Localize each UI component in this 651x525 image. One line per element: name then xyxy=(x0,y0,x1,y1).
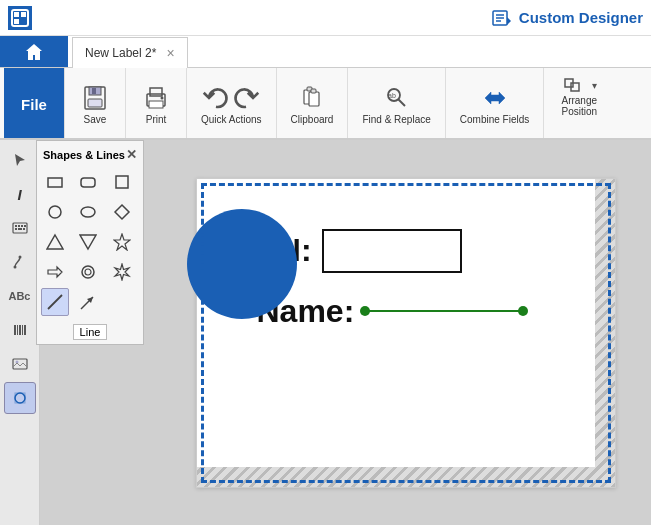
svg-point-34 xyxy=(13,266,16,269)
svg-rect-31 xyxy=(18,228,22,230)
find-replace-button[interactable]: ab Find & Replace xyxy=(356,81,436,128)
svg-rect-11 xyxy=(88,99,102,107)
clipboard-icon xyxy=(298,84,326,112)
svg-point-55 xyxy=(82,266,94,278)
svg-rect-46 xyxy=(81,178,95,187)
svg-marker-8 xyxy=(507,17,511,25)
star5-shape-button[interactable] xyxy=(108,228,136,256)
barcode-tool-button[interactable] xyxy=(4,314,36,346)
print-button[interactable]: Print xyxy=(134,81,178,128)
arrow2-shape-button[interactable] xyxy=(74,288,102,316)
stripe-bottom xyxy=(197,467,615,487)
diamond-shape-button[interactable] xyxy=(108,198,136,226)
svg-rect-39 xyxy=(22,325,23,335)
svg-point-43 xyxy=(15,393,25,403)
abc-tool-button[interactable]: ABc xyxy=(4,280,36,312)
svg-rect-29 xyxy=(21,225,23,227)
svg-marker-53 xyxy=(114,234,130,250)
title-bar: Custom Designer xyxy=(0,0,651,36)
svg-rect-15 xyxy=(149,101,163,108)
ribbon-combine-fields-group: Combine Fields xyxy=(446,68,544,138)
circle-shape-button[interactable] xyxy=(41,198,69,226)
svg-marker-51 xyxy=(47,235,63,249)
quick-actions-icon xyxy=(202,84,260,112)
arrange-icon xyxy=(561,75,589,95)
label-canvas[interactable]: SN: Name: xyxy=(196,178,616,488)
svg-rect-47 xyxy=(116,176,128,188)
ellipse-shape-button[interactable] xyxy=(74,198,102,226)
donut-shape-button[interactable] xyxy=(74,258,102,286)
starburst-shape-button[interactable] xyxy=(108,258,136,286)
svg-rect-40 xyxy=(24,325,26,335)
select-tool-button[interactable] xyxy=(4,144,36,176)
svg-marker-54 xyxy=(48,267,62,277)
rect-shape-button[interactable] xyxy=(41,168,69,196)
quick-actions-button[interactable]: Quick Actions xyxy=(195,81,268,128)
square-shape-button[interactable] xyxy=(108,168,136,196)
tab-document[interactable]: New Label 2* × xyxy=(72,37,188,68)
shapes-panel-close-button[interactable]: ✕ xyxy=(126,147,137,162)
svg-rect-19 xyxy=(309,92,319,106)
svg-line-22 xyxy=(398,99,405,106)
arrange-dropdown-arrow: ▾ xyxy=(592,80,597,91)
svg-marker-52 xyxy=(80,235,96,249)
svg-rect-28 xyxy=(18,225,20,227)
svg-rect-37 xyxy=(17,325,18,335)
ribbon: File Save xyxy=(0,68,651,140)
combine-fields-button[interactable]: Combine Fields xyxy=(454,81,535,128)
svg-rect-20 xyxy=(311,89,316,93)
blue-circle-decoration xyxy=(187,209,297,319)
app-logo xyxy=(8,6,32,30)
tab-home[interactable] xyxy=(0,36,68,67)
svg-point-49 xyxy=(81,207,95,217)
svg-rect-45 xyxy=(48,178,62,187)
svg-rect-30 xyxy=(15,228,17,230)
main-area: I ABc xyxy=(0,140,651,525)
svg-line-58 xyxy=(48,295,62,309)
ribbon-clipboard-group: Clipboard xyxy=(277,68,349,138)
save-button[interactable]: Save xyxy=(73,81,117,128)
svg-point-56 xyxy=(85,269,91,275)
arrange-label: Arrange Position xyxy=(561,95,597,117)
svg-point-35 xyxy=(18,256,21,259)
svg-point-48 xyxy=(49,206,61,218)
sn-input-box[interactable] xyxy=(322,229,462,273)
svg-rect-12 xyxy=(92,88,96,94)
shapes-panel: Shapes & Lines ✕ xyxy=(36,140,144,345)
svg-rect-1 xyxy=(14,12,19,17)
sn-row: SN: xyxy=(257,229,615,273)
line-shape-button[interactable] xyxy=(41,288,69,316)
svg-rect-32 xyxy=(23,228,25,230)
rounded-rect-shape-button[interactable] xyxy=(74,168,102,196)
app-title: Custom Designer xyxy=(491,7,643,29)
triangle1-shape-button[interactable] xyxy=(41,228,69,256)
tabs-row: New Label 2* × xyxy=(0,36,651,68)
find-replace-icon: ab xyxy=(383,84,411,112)
ribbon-file-group: File xyxy=(4,68,65,138)
line-label: Line xyxy=(73,324,108,340)
shapes-grid xyxy=(41,168,139,316)
clipboard-button[interactable]: Clipboard xyxy=(285,81,340,128)
arrow-shape-button[interactable] xyxy=(41,258,69,286)
ribbon-find-replace-group: ab Find & Replace xyxy=(348,68,445,138)
keyboard-tool-button[interactable] xyxy=(4,212,36,244)
wire-tool-button[interactable] xyxy=(4,246,36,278)
text-tool-button[interactable]: I xyxy=(4,178,36,210)
svg-text:ab: ab xyxy=(388,92,396,99)
app-icon xyxy=(491,7,513,29)
svg-point-16 xyxy=(161,96,164,99)
image-tool-button[interactable] xyxy=(4,348,36,380)
combine-icon xyxy=(481,84,509,112)
svg-rect-27 xyxy=(15,225,17,227)
name-line-element[interactable] xyxy=(364,310,524,312)
left-toolbar: I ABc xyxy=(0,140,40,525)
shape-tool-button[interactable] xyxy=(4,382,36,414)
file-button[interactable]: File xyxy=(12,93,56,116)
ribbon-arrange-group: ▾ Arrange Position xyxy=(544,68,614,138)
arrange-position-button[interactable]: ▾ Arrange Position xyxy=(552,72,606,120)
tab-close-button[interactable]: × xyxy=(166,45,174,61)
svg-rect-36 xyxy=(14,325,16,335)
svg-rect-3 xyxy=(14,19,19,24)
triangle2-shape-button[interactable] xyxy=(74,228,102,256)
svg-marker-50 xyxy=(115,205,129,219)
